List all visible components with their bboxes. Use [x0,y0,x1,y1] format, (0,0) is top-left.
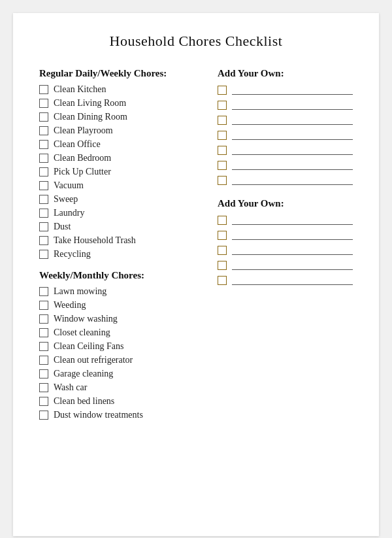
input-line [232,176,353,185]
checkbox-icon[interactable] [39,301,48,310]
checkbox-icon[interactable] [39,126,48,135]
page-container: Household Chores Checklist Regular Daily… [13,13,379,536]
list-item: Clean Bedroom [39,153,204,163]
add-own-2-heading: Add Your Own: [218,198,353,209]
item-label: Closet cleaning [54,328,110,338]
checkbox-icon[interactable] [39,167,48,177]
list-item: Vacuum [39,180,204,191]
checkbox-icon[interactable] [39,342,48,351]
checkbox-icon[interactable] [218,101,227,110]
list-item: Laundry [39,208,204,218]
weekly-section: Weekly/Monthly Chores: Lawn mowingWeedin… [39,270,204,420]
input-line [232,276,353,285]
daily-section-heading: Regular Daily/Weekly Chores: [39,68,204,79]
list-item: Clean Ceiling Fans [39,341,204,352]
list-item: Dust window treatments [39,410,204,420]
list-item: Pick Up Clutter [39,167,204,177]
input-line [232,216,353,225]
item-label: Clean Bedroom [54,153,111,163]
input-line [232,231,353,240]
checkbox-icon[interactable] [39,356,48,365]
weekly-checklist: Lawn mowingWeedingWindow washingCloset c… [39,286,204,420]
add-own-list-1 [218,86,353,185]
checkbox-icon[interactable] [218,176,227,185]
add-own-item [218,101,353,110]
list-item: Weeding [39,300,204,311]
checkbox-icon[interactable] [39,287,48,296]
list-item: Clean Dining Room [39,112,204,122]
weekly-section-heading: Weekly/Monthly Chores: [39,270,204,281]
input-line [232,146,353,155]
right-column: Add Your Own: Add Your Own: [211,68,353,431]
item-label: Clean Kitchen [54,84,106,95]
checkbox-icon[interactable] [39,222,48,231]
checkbox-icon[interactable] [39,140,48,149]
item-label: Clean out refrigerator [54,355,133,365]
checkbox-icon[interactable] [39,181,48,190]
list-item: Clean Playroom [39,126,204,136]
list-item: Window washing [39,314,204,324]
checkbox-icon[interactable] [39,397,48,406]
item-label: Sweep [54,194,78,205]
add-own-item [218,216,353,225]
item-label: Vacuum [54,180,84,191]
list-item: Recycling [39,249,204,260]
checkbox-icon[interactable] [218,161,227,170]
checkbox-icon[interactable] [39,236,48,245]
checkbox-icon[interactable] [218,276,227,285]
item-label: Clean Dining Room [54,112,127,122]
checkbox-icon[interactable] [39,99,48,108]
checkbox-icon[interactable] [218,246,227,255]
checkbox-icon[interactable] [39,250,48,259]
list-item: Garage cleaning [39,369,204,379]
checkbox-icon[interactable] [39,314,48,324]
two-column-layout: Regular Daily/Weekly Chores: Clean Kitch… [39,68,353,431]
add-own-item [218,146,353,155]
checkbox-icon[interactable] [218,86,227,95]
list-item: Clean Kitchen [39,84,204,95]
item-label: Window washing [54,314,118,324]
add-own-item [218,86,353,95]
list-item: Clean out refrigerator [39,355,204,365]
add-own-list-2 [218,216,353,285]
item-label: Clean Living Room [54,98,126,109]
add-own-item [218,276,353,285]
checkbox-icon[interactable] [39,209,48,218]
checkbox-icon[interactable] [218,116,227,125]
checkbox-icon[interactable] [39,383,48,392]
checkbox-icon[interactable] [39,411,48,420]
item-label: Take Household Trash [54,235,136,246]
list-item: Dust [39,222,204,232]
add-own-1-heading: Add Your Own: [218,68,353,79]
item-label: Garage cleaning [54,369,113,379]
list-item: Closet cleaning [39,328,204,338]
checkbox-icon[interactable] [39,195,48,204]
item-label: Wash car [54,382,87,393]
item-label: Lawn mowing [54,286,106,297]
list-item: Clean bed linens [39,396,204,407]
checkbox-icon[interactable] [218,146,227,155]
checkbox-icon[interactable] [218,131,227,140]
daily-checklist: Clean KitchenClean Living RoomClean Dini… [39,84,204,260]
checkbox-icon[interactable] [218,261,227,270]
add-own-section-2: Add Your Own: [218,198,353,285]
checkbox-icon[interactable] [39,112,48,122]
checkbox-icon[interactable] [218,231,227,240]
list-item: Lawn mowing [39,286,204,297]
input-line [232,86,353,95]
item-label: Dust [54,222,71,232]
checkbox-icon[interactable] [39,154,48,163]
add-own-item [218,161,353,170]
checkbox-icon[interactable] [218,216,227,225]
add-own-item [218,131,353,140]
checkbox-icon[interactable] [39,369,48,378]
list-item: Clean Office [39,139,204,150]
item-label: Clean Ceiling Fans [54,341,123,352]
checkbox-icon[interactable] [39,85,48,94]
add-own-item [218,261,353,270]
input-line [232,116,353,125]
input-line [232,261,353,270]
add-own-item [218,231,353,240]
checkbox-icon[interactable] [39,328,48,337]
list-item: Take Household Trash [39,235,204,246]
